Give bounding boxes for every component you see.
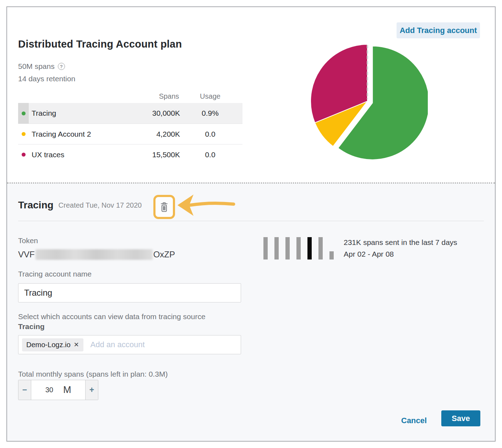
add-tracing-account-button[interactable]: Add Tracing account bbox=[397, 22, 480, 38]
column-header-spans: Spans bbox=[135, 92, 189, 100]
stepper-value-field[interactable]: 30 M bbox=[31, 380, 85, 400]
token-redacted-blur bbox=[36, 249, 153, 260]
monthly-spans-stepper: − 30 M + bbox=[18, 380, 98, 400]
table-row[interactable]: UX traces15,500K0.0 bbox=[18, 144, 242, 165]
increment-button[interactable]: + bbox=[85, 380, 98, 400]
accounts-table: Spans Usage Tracing30,000K0.9%Tracing Ac… bbox=[18, 89, 242, 165]
cancel-button[interactable]: Cancel bbox=[401, 416, 427, 425]
bar-apr-07 bbox=[318, 237, 323, 259]
chip-remove-icon[interactable]: ✕ bbox=[74, 341, 79, 349]
decrement-button[interactable]: − bbox=[18, 380, 31, 400]
share-accounts-input[interactable]: Demo-Logz.io ✕ Add an account bbox=[18, 335, 241, 354]
series-color-dot bbox=[22, 132, 26, 136]
monthly-spans-label: Total monthly spans (spans left in plan:… bbox=[18, 370, 168, 378]
save-button[interactable]: Save bbox=[441, 410, 480, 426]
account-name-cell: UX traces bbox=[29, 144, 135, 165]
series-color-dot bbox=[22, 153, 26, 157]
page-title: Distributed Tracing Account plan bbox=[18, 38, 182, 50]
usage-value-cell: 0.9% bbox=[189, 103, 242, 124]
account-created-date: Created Tue, Nov 17 2020 bbox=[59, 201, 142, 209]
section-divider bbox=[18, 221, 484, 221]
token-suffix: OxZP bbox=[153, 250, 175, 259]
table-header: Spans Usage bbox=[18, 89, 242, 103]
spans-value-cell: 30,000K bbox=[135, 103, 189, 124]
bar-apr-05 bbox=[296, 237, 301, 259]
plan-quota-text: 50M spans bbox=[18, 62, 55, 71]
add-account-placeholder: Add an account bbox=[91, 340, 145, 349]
table-row[interactable]: Tracing Account 24,200K0.0 bbox=[18, 124, 242, 144]
account-name-cell: Tracing Account 2 bbox=[29, 124, 135, 144]
token-label: Token bbox=[18, 236, 38, 245]
spans-usage-summary: 231K spans sent in the last 7 days Apr 0… bbox=[344, 236, 457, 260]
plan-pie-chart bbox=[307, 41, 428, 162]
column-header-usage: Usage bbox=[189, 92, 242, 100]
series-dot-cell bbox=[18, 124, 29, 144]
series-dot-cell bbox=[18, 103, 29, 124]
spans-usage-line2: Apr 02 - Apr 08 bbox=[344, 248, 457, 260]
share-source-name: Tracing bbox=[18, 322, 45, 331]
spans-bar-chart bbox=[263, 237, 334, 259]
settings-panel: Distributed Tracing Account plan 50M spa… bbox=[6, 6, 496, 442]
spans-usage-line1: 231K spans sent in the last 7 days bbox=[344, 236, 457, 248]
plan-quota: 50M spans ? bbox=[18, 62, 65, 71]
account-chip: Demo-Logz.io ✕ bbox=[22, 338, 83, 351]
spans-value-cell: 4,200K bbox=[135, 124, 189, 144]
series-dot-cell bbox=[18, 144, 29, 165]
stepper-value: 30 bbox=[45, 386, 53, 394]
bar-apr-02 bbox=[263, 237, 268, 259]
account-name-cell: Tracing bbox=[29, 103, 135, 124]
help-icon[interactable]: ? bbox=[58, 63, 65, 70]
account-details-section bbox=[7, 182, 495, 441]
usage-value-cell: 0.0 bbox=[189, 124, 242, 144]
share-accounts-label: Select which accounts can view data from… bbox=[18, 312, 245, 321]
account-name-input[interactable] bbox=[18, 283, 241, 302]
series-color-dot bbox=[22, 111, 26, 115]
bar-apr-06 bbox=[307, 237, 312, 259]
plan-table-body: Tracing30,000K0.9%Tracing Account 24,200… bbox=[18, 103, 242, 165]
account-heading: Tracing Created Tue, Nov 17 2020 bbox=[18, 200, 142, 211]
plan-retention: 14 days retention bbox=[18, 75, 75, 83]
token-value: VVF OxZP bbox=[18, 249, 175, 260]
bar-apr-04 bbox=[285, 237, 290, 259]
table-row[interactable]: Tracing30,000K0.9% bbox=[18, 103, 242, 124]
token-prefix: VVF bbox=[18, 250, 35, 259]
bar-apr-03 bbox=[274, 237, 279, 259]
delete-account-button[interactable] bbox=[153, 195, 175, 219]
trash-icon bbox=[159, 202, 169, 213]
stepper-unit: M bbox=[63, 384, 71, 395]
bar-apr-08 bbox=[329, 251, 334, 259]
account-heading-name: Tracing bbox=[18, 200, 54, 211]
account-name-label: Tracing account name bbox=[18, 270, 92, 278]
account-chip-label: Demo-Logz.io bbox=[26, 341, 71, 349]
usage-value-cell: 0.0 bbox=[189, 144, 242, 165]
spans-value-cell: 15,500K bbox=[135, 144, 189, 165]
